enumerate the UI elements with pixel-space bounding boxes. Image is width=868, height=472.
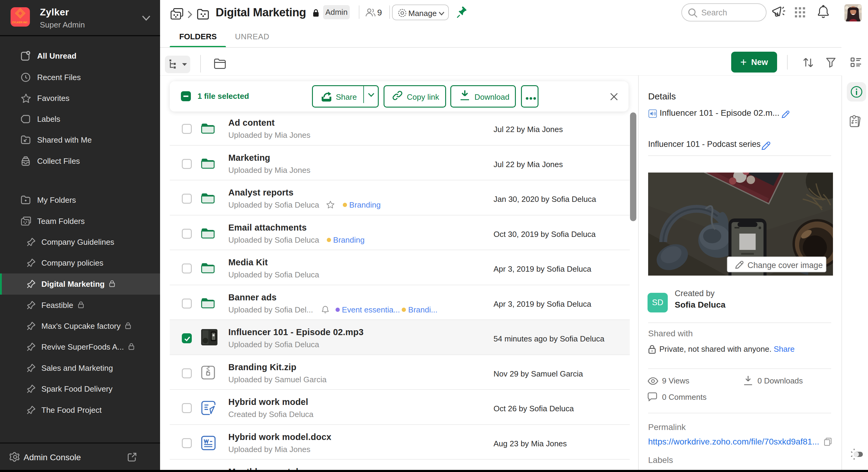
svg-text:ZYLKER INC.: ZYLKER INC. [12, 21, 28, 24]
